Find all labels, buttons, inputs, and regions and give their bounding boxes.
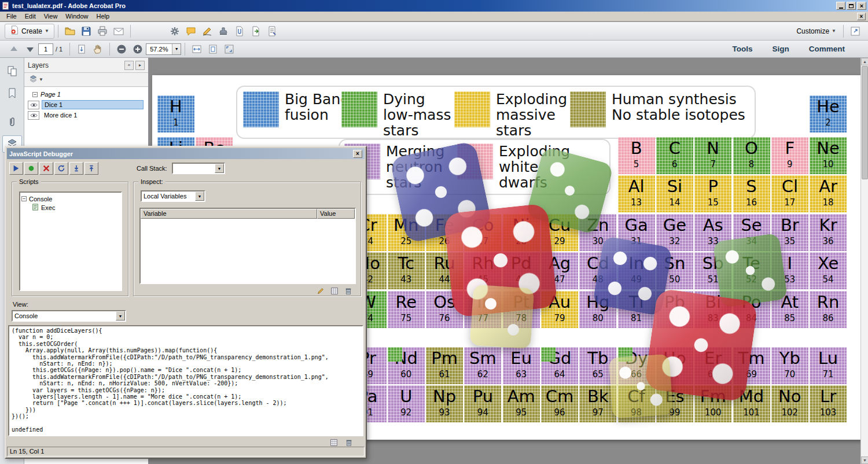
layer-item[interactable]: More dice 1 [24,110,148,120]
javascript-debugger-dialog[interactable]: JavaScript Debugger × Call Stack: ▼ Scri… [5,146,367,459]
inspect-scope-select[interactable]: Local Variables ▼ [141,190,205,202]
stamp-icon[interactable] [215,24,231,39]
debugger-close-icon[interactable]: × [353,150,362,158]
grid-icon[interactable] [329,286,340,296]
step-out-icon[interactable] [84,162,98,175]
tab-tools[interactable]: Tools [732,45,752,53]
settings-icon[interactable] [167,24,183,39]
menu-file[interactable]: File [2,12,21,20]
page-number-input[interactable] [38,43,53,55]
refresh-icon[interactable] [54,162,68,175]
step-into-icon[interactable] [69,162,83,175]
zoom-out-icon[interactable] [113,42,130,57]
layer-item-label[interactable]: More dice 1 [42,111,144,119]
expand-panel-icon[interactable] [847,24,863,39]
element-number: 100 [694,407,731,418]
tab-comment[interactable]: Comment [809,45,845,53]
export-icon[interactable] [248,24,264,39]
trash-icon[interactable] [344,438,354,447]
element-cell-Fe: Fe26 [426,214,463,251]
zoom-in-icon[interactable] [130,42,146,57]
page-tree-item[interactable]: − Page 1 [24,89,148,100]
attachments-icon[interactable] [2,113,22,131]
element-symbol: Br [771,215,808,235]
menu-view[interactable]: View [40,12,62,20]
collapse-pane-icon[interactable]: « [124,61,134,70]
tab-sign[interactable]: Sign [772,45,789,53]
scroll-down-icon[interactable]: ▼ [861,456,868,464]
maximize-button[interactable] [847,2,856,10]
console-output[interactable]: (function addDiceLayers(){ var n = 0; th… [8,325,363,436]
open-icon[interactable] [62,24,78,39]
layer-visibility-toggle[interactable] [28,111,39,120]
vertical-scrollbar[interactable]: ▲ ▼ [860,58,868,464]
column-header-variable[interactable]: Variable [141,209,317,219]
element-number: 94 [464,407,501,418]
next-page-icon[interactable] [22,42,38,57]
element-symbol: Ar [810,176,847,197]
menu-edit[interactable]: Edit [21,12,40,20]
element-cell-Cm: Cm96 [541,385,578,422]
save-icon[interactable] [78,24,94,39]
previous-page-icon[interactable] [6,42,22,57]
variables-table[interactable]: Variable Value [139,208,356,284]
fit-page-icon[interactable] [205,42,221,57]
layer-item-label[interactable]: Dice 1 [42,100,144,109]
element-cell-Pb: Pb82 [656,291,693,328]
element-cell-C: C6 [656,137,693,174]
column-header-value[interactable]: Value [317,209,355,219]
fit-width-icon[interactable] [189,42,205,57]
pdf-file-icon [2,2,10,10]
stop-icon[interactable] [39,162,53,175]
customize-button[interactable]: Customize ▼ [793,27,840,35]
legend-swatch [243,91,279,127]
layer-options-menu[interactable]: ▼ [24,73,148,87]
page-thumbnails-icon[interactable] [2,62,22,80]
element-symbol: Yb [771,348,808,369]
signature-icon[interactable] [199,24,215,39]
element-number: 47 [541,274,578,285]
collapse-expander-icon[interactable]: − [21,196,27,201]
collapse-expander-icon[interactable]: − [32,92,38,97]
panel-menu-icon[interactable]: ▸ [135,61,145,70]
menu-help[interactable]: Help [92,12,113,20]
menu-window[interactable]: Window [61,12,92,20]
close-document-icon[interactable]: × [857,13,866,20]
fullscreen-icon[interactable] [221,42,237,57]
email-icon[interactable] [111,24,127,39]
window-titlebar[interactable]: test_lualatex.pdf - Adobe Acrobat Pro × [0,0,868,12]
scroll-up-icon[interactable]: ▲ [861,58,868,65]
edit-icon[interactable] [315,286,326,296]
chevron-down-icon: ▼ [45,28,49,34]
debugger-titlebar[interactable]: JavaScript Debugger × [7,148,365,159]
grid-icon[interactable] [329,438,339,447]
scroll-tool-icon[interactable] [73,42,90,57]
element-number: 83 [694,312,731,324]
comment-bubble-icon[interactable] [183,24,199,39]
breakpoint-icon[interactable] [24,162,38,175]
minimize-button[interactable] [836,2,845,10]
create-button[interactable]: Create ▼ [5,24,54,39]
close-button[interactable]: × [857,2,866,10]
print-icon[interactable] [94,24,111,39]
scripts-tree[interactable]: − Console Exec [19,192,122,291]
zoom-level-select[interactable]: 57.2% ▼ [146,43,181,55]
resume-icon[interactable] [9,162,23,175]
element-symbol: C [656,138,693,159]
element-number: 32 [656,235,693,247]
view-select[interactable]: Console ▼ [12,310,126,322]
scripts-tree-console[interactable]: − Console [21,194,120,203]
attachment-icon[interactable] [231,24,248,39]
element-cell-Hg: Hg80 [579,291,616,328]
element-number: 48 [579,274,616,285]
bookmarks-icon[interactable] [2,84,22,102]
hand-tool-icon[interactable] [90,42,106,57]
layer-item[interactable]: Dice 1 [24,100,148,110]
call-stack-select[interactable]: ▼ [172,163,225,174]
layer-visibility-toggle[interactable] [28,101,39,109]
scripts-tree-exec[interactable]: Exec [21,203,120,212]
trash-icon[interactable] [343,286,354,296]
forms-icon[interactable] [264,24,280,39]
scrollbar-thumb[interactable] [862,66,868,179]
console-code: (function addDiceLayers(){ var n = 0; th… [9,326,362,434]
